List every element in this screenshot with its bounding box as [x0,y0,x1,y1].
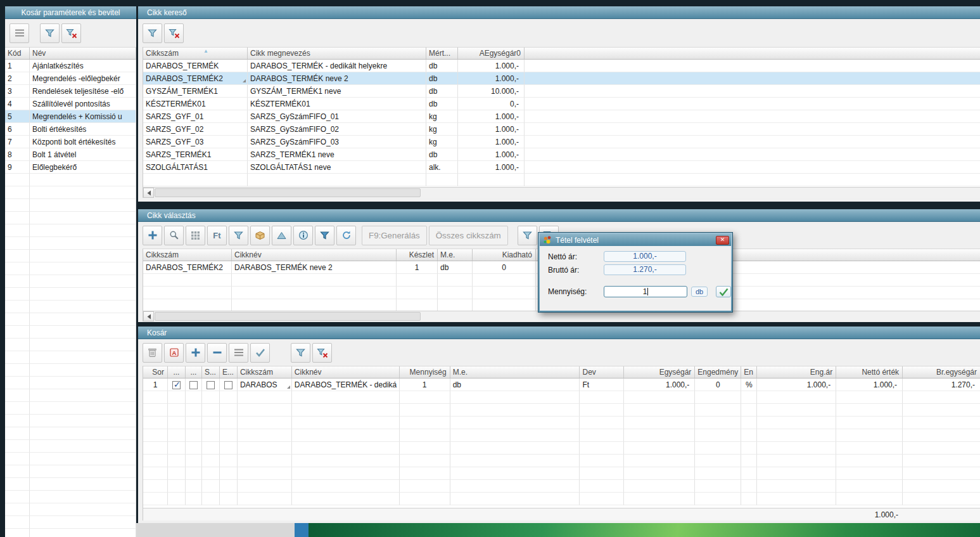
menu-button[interactable] [10,23,29,43]
close-button[interactable]: ✕ [716,236,729,245]
osszes-cikkszam-button[interactable]: Összes cikkszám [429,226,508,245]
add-row-button[interactable] [186,343,205,363]
filter-clear-button[interactable] [164,23,184,43]
empty-cell [220,455,238,467]
keypad-button[interactable] [186,226,205,245]
confirm-button[interactable] [716,286,731,297]
column-header-cikkszam[interactable]: Cikkszám▲ [143,48,248,59]
cell-cikkszam: SARZS_GYF_01 [143,110,248,123]
kosar-row[interactable]: 1DARABOSDARABOS_TERMÉK - dediká1dbFt1.00… [143,378,980,391]
checkbox-unchecked-icon[interactable] [224,381,232,389]
column-header-keszlet[interactable]: Készlet [397,249,438,261]
scroll-left-button[interactable] [143,311,154,321]
cell-dev: Ft [580,378,624,391]
empty-cell [426,174,458,186]
add-button[interactable] [143,226,162,245]
column-header-en[interactable]: En [741,366,757,378]
column-header-engar[interactable]: Eng.ár [757,366,836,378]
cikk-kereso-row[interactable]: SARZS_GYF_01SARZS_GySzámFIFO_01kg1.000,- [143,110,980,123]
cikk-kereso-row[interactable]: SARZS_GYF_02SARZS_GySzámFIFO_02kg1.000,- [143,123,980,136]
column-header-mertekegyseg[interactable]: Mért... [426,48,458,59]
mennyiseg-input[interactable]: 1 [604,286,687,297]
cikk-kereso-row[interactable]: DARABOS_TERMÉKDARABOS_TERMÉK - dedikált … [143,60,980,72]
scroll-left-button[interactable] [143,188,154,198]
move-up-button[interactable] [272,226,291,245]
filter-button[interactable] [229,226,248,245]
kosar-param-row[interactable]: 8Bolt 1 átvétel [5,148,136,161]
column-header-aegysegar[interactable]: AEgységár0 [458,48,525,59]
package-button[interactable] [250,226,270,245]
filter-clear-button[interactable] [312,343,332,363]
empty-cell [695,493,741,505]
checkbox-checked-icon[interactable] [172,381,181,389]
column-header-s[interactable]: S... [202,366,220,378]
kosar-param-row[interactable]: 4Szállítólevél pontosítás [5,98,136,110]
dialog-title: Tétel felvétel [556,236,713,245]
cell-kod: 5 [5,110,30,123]
cikk-kereso-row[interactable]: DARABOS_TERMÉK2DARABOS_TERMÉK neve 2db1.… [143,72,980,85]
column-header-kod[interactable]: Kód [5,48,30,59]
column-header-megnevezes[interactable]: Cikk megnevezés [248,48,426,59]
filter-clear-button[interactable] [61,23,81,43]
filter-strong-button[interactable] [315,226,334,245]
delete-all-button[interactable]: A [164,343,184,363]
menu-button[interactable] [229,343,248,363]
cikk-kereso-row[interactable]: SZOLGÁLTATÁS1SZOLGÁLTATÁS1 nevealk.1.000… [143,161,980,174]
scrollbar-thumb[interactable] [155,188,421,197]
column-header-flag2[interactable]: ... [186,366,202,378]
column-header-cikknev[interactable]: Cikknév [292,366,400,378]
column-header-sor[interactable]: Sor [143,366,168,378]
empty-cell [186,467,202,480]
column-header-me[interactable]: M.e. [438,249,473,261]
refresh-button[interactable] [336,226,356,245]
kosar-param-row[interactable]: 3Rendelések teljesítése -elő [5,85,136,98]
confirm-rows-button[interactable] [250,343,270,363]
filter-button[interactable] [40,23,60,43]
kosar-param-row[interactable]: 5Megrendelés + Komissió u [5,110,136,123]
column-header-me[interactable]: M.e. [450,366,580,378]
column-header-cikknev[interactable]: Cikknév [232,249,397,261]
kosar-param-row[interactable]: 6Bolti értékesítés [5,123,136,136]
column-header-cikkszam[interactable]: Cikkszám [238,366,292,378]
kosar-param-row[interactable]: 2Megrendelés -előlegbekér [5,72,136,85]
delete-button[interactable] [143,343,162,363]
kosar-param-row[interactable]: 1Ajánlatkészítés [5,60,136,72]
forint-button[interactable]: Ft [207,226,227,245]
dialog-titlebar[interactable]: Tétel felvétel ✕ [540,234,731,246]
column-header-bregysegar[interactable]: Br.egységár [903,366,980,378]
column-header-engedmeny[interactable]: Engedmény [695,366,741,378]
scrollbar-track[interactable] [154,188,980,198]
cikk-kereso-row[interactable]: SARZS_TERMÉK1SARZS_TERMÉK1 nevedb1.000,- [143,148,980,161]
checkbox-unchecked-icon[interactable] [207,381,215,389]
empty-cell [5,288,30,301]
column-header-mennyiseg[interactable]: Mennyiség [400,366,450,378]
horizontal-scrollbar[interactable] [143,187,980,198]
cikk-kereso-row[interactable]: SARZS_GYF_03SARZS_GySzámFIFO_03kg1.000,- [143,136,980,148]
column-header-e[interactable]: E... [220,366,238,378]
f9-generalas-button[interactable]: F9:Generálás [362,226,427,245]
cikk-kereso-row[interactable]: GYSZÁM_TERMÉK1GYSZÁM_TERMÉK1 nevedb10.00… [143,85,980,98]
filter-button[interactable] [143,23,162,43]
column-header-flag1[interactable]: ... [168,366,186,378]
empty-row [143,429,980,442]
column-header-nev[interactable]: Név [30,48,136,59]
checkbox-unchecked-icon[interactable] [189,381,198,389]
column-header-egysegar[interactable]: Egységár [624,366,695,378]
scrollbar-thumb[interactable] [155,312,421,321]
kosar-param-row[interactable]: 7Központi bolt értékesítés [5,136,136,148]
unit-chip[interactable]: db [691,287,708,297]
column-header-netto-ertek[interactable]: Nettó érték [836,366,903,378]
filter-button[interactable] [291,343,310,363]
column-header-cikkszam[interactable]: Cikkszám [143,249,232,261]
info-button[interactable] [293,226,313,245]
cikk-kereso-row[interactable]: KÉSZTERMÉK01KÉSZTERMÉK01db0,- [143,98,980,110]
filter-button-2[interactable] [518,226,537,245]
remove-row-button[interactable] [207,343,227,363]
column-header-kiadhato[interactable]: Kiadható [473,249,536,261]
scrollbar-track[interactable] [154,311,980,321]
empty-cell [220,391,238,404]
filter-clear-icon [169,28,180,39]
column-header-dev[interactable]: Dev [580,366,624,378]
search-button[interactable] [164,226,184,245]
kosar-param-row[interactable]: 9Előlegbekérő [5,161,136,174]
